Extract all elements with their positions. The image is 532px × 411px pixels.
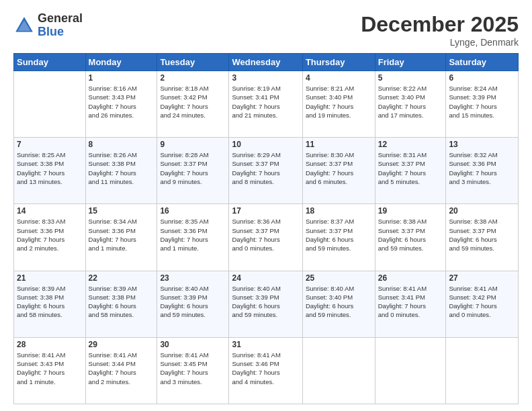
day-cell: 20Sunrise: 8:38 AMSunset: 3:37 PMDayligh… — [446, 204, 519, 271]
page: General Blue December 2025 Lynge, Denmar… — [0, 0, 532, 411]
day-number: 7 — [17, 140, 83, 149]
week-row-5: 28Sunrise: 8:41 AMSunset: 3:43 PMDayligh… — [14, 337, 519, 404]
weekday-header-sunday: Sunday — [14, 54, 86, 71]
day-number: 4 — [306, 73, 372, 83]
weekday-header-thursday: Thursday — [302, 54, 375, 71]
day-number: 24 — [232, 273, 299, 283]
day-cell: 2Sunrise: 8:18 AMSunset: 3:42 PMDaylight… — [157, 71, 229, 138]
day-info: Sunrise: 8:38 AMSunset: 3:37 PMDaylight:… — [449, 217, 515, 253]
week-row-2: 7Sunrise: 8:25 AMSunset: 3:38 PMDaylight… — [14, 138, 519, 204]
day-info: Sunrise: 8:29 AMSunset: 3:37 PMDaylight:… — [232, 150, 299, 186]
header: General Blue December 2025 Lynge, Denmar… — [13, 12, 519, 48]
day-info: Sunrise: 8:41 AMSunset: 3:46 PMDaylight:… — [232, 351, 299, 386]
day-info: Sunrise: 8:33 AMSunset: 3:36 PMDaylight:… — [17, 217, 83, 253]
day-cell: 25Sunrise: 8:40 AMSunset: 3:40 PMDayligh… — [302, 271, 375, 337]
day-info: Sunrise: 8:26 AMSunset: 3:38 PMDaylight:… — [89, 150, 154, 186]
title-block: December 2025 Lynge, Denmark — [361, 12, 519, 48]
day-info: Sunrise: 8:38 AMSunset: 3:37 PMDaylight:… — [378, 217, 443, 253]
day-info: Sunrise: 8:21 AMSunset: 3:40 PMDaylight:… — [306, 84, 372, 120]
day-number: 21 — [17, 273, 83, 283]
day-cell: 15Sunrise: 8:34 AMSunset: 3:36 PMDayligh… — [85, 204, 157, 271]
day-cell: 23Sunrise: 8:40 AMSunset: 3:39 PMDayligh… — [157, 271, 229, 337]
day-info: Sunrise: 8:39 AMSunset: 3:38 PMDaylight:… — [89, 284, 154, 320]
day-info: Sunrise: 8:41 AMSunset: 3:42 PMDaylight:… — [449, 284, 515, 320]
day-cell: 11Sunrise: 8:30 AMSunset: 3:37 PMDayligh… — [302, 138, 375, 204]
logo-general: General — [38, 12, 83, 26]
day-cell: 28Sunrise: 8:41 AMSunset: 3:43 PMDayligh… — [14, 337, 86, 404]
day-cell: 17Sunrise: 8:36 AMSunset: 3:37 PMDayligh… — [229, 204, 302, 271]
day-info: Sunrise: 8:36 AMSunset: 3:37 PMDaylight:… — [232, 217, 299, 253]
day-info: Sunrise: 8:37 AMSunset: 3:37 PMDaylight:… — [306, 217, 372, 253]
day-info: Sunrise: 8:28 AMSunset: 3:37 PMDaylight:… — [160, 150, 226, 186]
day-cell — [375, 337, 446, 404]
day-info: Sunrise: 8:16 AMSunset: 3:43 PMDaylight:… — [89, 84, 154, 120]
day-cell: 27Sunrise: 8:41 AMSunset: 3:42 PMDayligh… — [446, 271, 519, 337]
day-cell: 9Sunrise: 8:28 AMSunset: 3:37 PMDaylight… — [157, 138, 229, 204]
day-cell: 29Sunrise: 8:41 AMSunset: 3:44 PMDayligh… — [85, 337, 157, 404]
day-cell: 31Sunrise: 8:41 AMSunset: 3:46 PMDayligh… — [229, 337, 302, 404]
day-number: 9 — [160, 140, 226, 149]
day-cell: 30Sunrise: 8:41 AMSunset: 3:45 PMDayligh… — [157, 337, 229, 404]
day-number: 22 — [89, 273, 154, 283]
weekday-header-tuesday: Tuesday — [157, 54, 229, 71]
day-number: 5 — [378, 73, 443, 83]
month-title: December 2025 — [361, 12, 519, 37]
day-number: 18 — [306, 206, 372, 216]
day-cell: 4Sunrise: 8:21 AMSunset: 3:40 PMDaylight… — [302, 71, 375, 138]
day-number: 1 — [89, 73, 154, 83]
day-info: Sunrise: 8:32 AMSunset: 3:36 PMDaylight:… — [449, 150, 515, 186]
day-info: Sunrise: 8:19 AMSunset: 3:41 PMDaylight:… — [232, 84, 299, 120]
day-cell: 16Sunrise: 8:35 AMSunset: 3:36 PMDayligh… — [157, 204, 229, 271]
day-cell: 1Sunrise: 8:16 AMSunset: 3:43 PMDaylight… — [85, 71, 157, 138]
day-number: 19 — [378, 206, 443, 216]
day-number: 6 — [449, 73, 515, 83]
day-number: 13 — [449, 140, 515, 149]
day-info: Sunrise: 8:22 AMSunset: 3:40 PMDaylight:… — [378, 84, 443, 120]
day-number: 10 — [232, 140, 299, 149]
day-info: Sunrise: 8:34 AMSunset: 3:36 PMDaylight:… — [89, 217, 154, 253]
day-number: 28 — [17, 340, 83, 349]
day-cell: 18Sunrise: 8:37 AMSunset: 3:37 PMDayligh… — [302, 204, 375, 271]
day-info: Sunrise: 8:41 AMSunset: 3:43 PMDaylight:… — [17, 351, 83, 386]
week-row-4: 21Sunrise: 8:39 AMSunset: 3:38 PMDayligh… — [14, 271, 519, 337]
day-cell: 8Sunrise: 8:26 AMSunset: 3:38 PMDaylight… — [85, 138, 157, 204]
day-number: 11 — [306, 140, 372, 149]
day-number: 15 — [89, 206, 154, 216]
day-number: 29 — [89, 340, 154, 349]
day-number: 30 — [160, 340, 226, 349]
day-cell — [446, 337, 519, 404]
weekday-header-monday: Monday — [85, 54, 157, 71]
day-cell: 14Sunrise: 8:33 AMSunset: 3:36 PMDayligh… — [14, 204, 86, 271]
day-number: 12 — [378, 140, 443, 149]
day-cell: 3Sunrise: 8:19 AMSunset: 3:41 PMDaylight… — [229, 71, 302, 138]
day-info: Sunrise: 8:40 AMSunset: 3:40 PMDaylight:… — [306, 284, 372, 320]
day-info: Sunrise: 8:24 AMSunset: 3:39 PMDaylight:… — [449, 84, 515, 120]
day-info: Sunrise: 8:41 AMSunset: 3:41 PMDaylight:… — [378, 284, 443, 320]
day-info: Sunrise: 8:41 AMSunset: 3:44 PMDaylight:… — [89, 351, 154, 386]
day-number: 27 — [449, 273, 515, 283]
day-cell: 22Sunrise: 8:39 AMSunset: 3:38 PMDayligh… — [85, 271, 157, 337]
weekday-header-saturday: Saturday — [446, 54, 519, 71]
day-cell: 7Sunrise: 8:25 AMSunset: 3:38 PMDaylight… — [14, 138, 86, 204]
day-cell: 21Sunrise: 8:39 AMSunset: 3:38 PMDayligh… — [14, 271, 86, 337]
day-cell: 5Sunrise: 8:22 AMSunset: 3:40 PMDaylight… — [375, 71, 446, 138]
day-cell: 24Sunrise: 8:40 AMSunset: 3:39 PMDayligh… — [229, 271, 302, 337]
day-number: 14 — [17, 206, 83, 216]
day-number: 17 — [232, 206, 299, 216]
day-cell: 6Sunrise: 8:24 AMSunset: 3:39 PMDaylight… — [446, 71, 519, 138]
day-number: 8 — [89, 140, 154, 149]
day-number: 26 — [378, 273, 443, 283]
day-cell: 26Sunrise: 8:41 AMSunset: 3:41 PMDayligh… — [375, 271, 446, 337]
logo-blue: Blue — [38, 26, 83, 39]
day-info: Sunrise: 8:39 AMSunset: 3:38 PMDaylight:… — [17, 284, 83, 320]
logo-icon — [13, 15, 35, 36]
day-info: Sunrise: 8:40 AMSunset: 3:39 PMDaylight:… — [232, 284, 299, 320]
logo-text: General Blue — [38, 12, 83, 39]
weekday-header-row: SundayMondayTuesdayWednesdayThursdayFrid… — [14, 54, 519, 71]
week-row-3: 14Sunrise: 8:33 AMSunset: 3:36 PMDayligh… — [14, 204, 519, 271]
day-number: 3 — [232, 73, 299, 83]
day-number: 20 — [449, 206, 515, 216]
day-cell: 19Sunrise: 8:38 AMSunset: 3:37 PMDayligh… — [375, 204, 446, 271]
day-number: 31 — [232, 340, 299, 349]
day-cell — [302, 337, 375, 404]
